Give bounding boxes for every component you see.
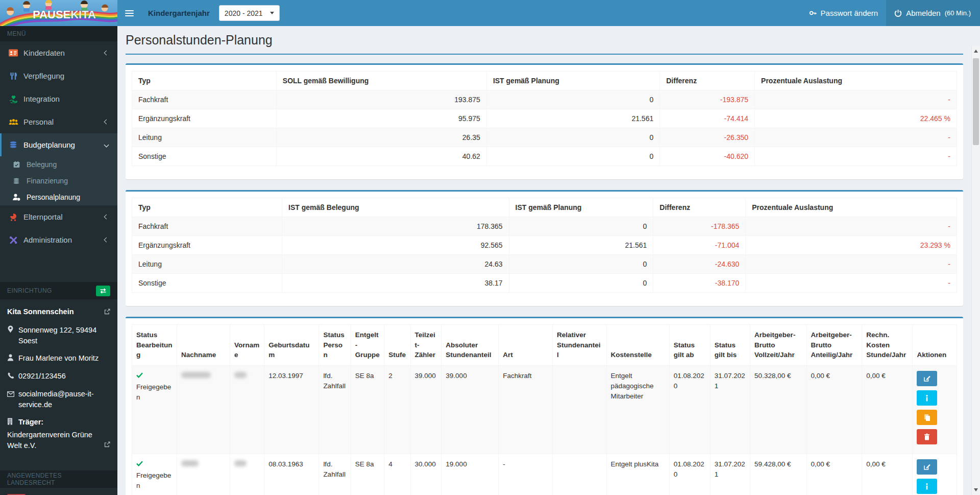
cell [230, 454, 264, 495]
cell: 4 [384, 454, 410, 495]
cell [552, 454, 606, 495]
cell: Leitung [132, 128, 277, 147]
switch-facility-button[interactable] [96, 286, 110, 296]
cell: - [755, 90, 957, 109]
personal-row: Freigegeben 08.03.1963 lfd. Zahlfall SE … [132, 454, 957, 495]
key-icon [809, 9, 817, 17]
arrow-up-icon [974, 50, 978, 53]
hand-heart-icon [7, 95, 19, 103]
sidebar-item-integration[interactable]: Integration [0, 87, 117, 110]
redacted-lastname [181, 460, 199, 466]
soll-ist-table: Typ SOLL gemäß Bewilligung IST gemäß Pla… [132, 71, 957, 166]
cell: -40.620 [660, 147, 755, 166]
topbar: Kindergartenjahr 2020 - 2021 Passwort än… [117, 0, 980, 26]
cell: 0 [509, 274, 653, 293]
status-cell: Freigegeben [132, 454, 177, 495]
edit-button[interactable] [917, 459, 937, 475]
facility-info: Kita Sonnenschein Sonnenweg 122, 59494 S… [0, 299, 117, 454]
sidebar-item-finanzierung[interactable]: Finanzierung [0, 173, 117, 189]
chevron-left-icon [104, 51, 109, 56]
redacted-firstname [234, 460, 247, 466]
sidebar-item-budgetplanung[interactable]: Budgetplanung [0, 133, 117, 156]
header-row: Typ SOLL gemäß Bewilligung IST gemäß Pla… [132, 72, 957, 90]
facility-contact-row: Frau Marlene von Moritz [7, 353, 110, 364]
cell: 50.328,00 € [750, 365, 806, 454]
cell: - [755, 128, 957, 147]
header-cell: Arbeitgeber-Brutto Vollzeit/Jahr [750, 325, 806, 366]
table-row: Leitung 26.35 0 -26.350 - [132, 128, 957, 147]
cell: 39.000 [410, 365, 442, 454]
pausekita-logo[interactable]: PAUSEKITA [0, 0, 117, 26]
chevron-down-icon [104, 143, 109, 148]
belegung-table: Typ IST gemäß Belegung IST gemäß Planung… [132, 198, 957, 293]
cell: -71.004 [653, 236, 746, 255]
info-button[interactable] [917, 479, 937, 494]
header-cell: Typ [132, 198, 282, 217]
header-cell: Entgelt-Gruppe [351, 325, 384, 366]
table-row: Ergänzungskraft 92.565 21.561 -71.004 23… [132, 236, 957, 255]
facility-email[interactable]: socialmedia@pause-it-service.de [18, 389, 110, 410]
cell: 12.03.1997 [264, 365, 319, 454]
table-row: Fachkraft 193.875 0 -193.875 - [132, 90, 957, 109]
utensils-icon [7, 72, 19, 80]
cell: 22.465 % [755, 109, 957, 128]
external-link-icon[interactable] [104, 307, 110, 318]
info-button[interactable] [917, 390, 937, 406]
sidebar-item-personal[interactable]: Personal [0, 110, 117, 133]
cell: 178.365 [282, 217, 509, 236]
sidebar-item-administration[interactable]: Administration [0, 228, 117, 251]
cell: Leitung [132, 255, 282, 274]
cell: 08.03.1963 [264, 454, 319, 495]
logo-text: PAUSEKITA [33, 8, 96, 21]
facility-traeger-row: Träger: Kindergartenverein Grüne Welt e.… [7, 417, 110, 451]
user-plan-icon [10, 194, 22, 201]
sidebar-item-belegung[interactable]: Belegung [0, 156, 117, 173]
sidebar-item-label: Personal [23, 117, 54, 126]
sidebar-item-label: Belegung [27, 160, 57, 169]
external-link-icon[interactable] [104, 439, 110, 451]
header-cell: Typ [132, 72, 277, 90]
sidebar-item-kinderdaten[interactable]: Kinderdaten [0, 41, 117, 64]
sidebar-item-label: Integration [23, 95, 60, 103]
facility-section-header: EINRICHTUNG [0, 282, 117, 299]
cell: 2 [384, 365, 410, 454]
cell: SE 8a [351, 365, 384, 454]
cell: Entgelt plusKita [606, 454, 669, 495]
cell: Fachkraft [132, 217, 282, 236]
logout-button[interactable]: Abmelden(60 Min.) [886, 0, 980, 26]
delete-button[interactable] [917, 429, 937, 444]
sidebar-item-label: Finanzierung [27, 177, 68, 185]
header-cell: Art [499, 325, 553, 366]
scroll-down-button[interactable] [972, 485, 980, 495]
actions-cell [913, 365, 957, 454]
cell: Fachkraft [499, 365, 553, 454]
cell: 0 [509, 255, 653, 274]
sidebar-item-personalplanung[interactable]: Personalplanung [0, 189, 117, 205]
sidebar-item-elternportal[interactable]: Elternportal [0, 205, 117, 228]
sidebar-item-verpflegung[interactable]: Verpflegung [0, 64, 117, 87]
vertical-scrollbar[interactable] [971, 46, 980, 495]
cell: 01.08.2020 [669, 454, 710, 495]
budgetplanung-submenu: Belegung Finanzierung Personalplanung [0, 156, 117, 205]
sidebar-toggle-button[interactable] [117, 0, 141, 26]
facility-name-row: Kita Sonnenschein [7, 307, 110, 318]
facility-address: Sonnenweg 122, 59494 Soest [18, 325, 110, 346]
envelope-icon [7, 389, 18, 400]
scrollbar-thumb[interactable] [973, 58, 979, 145]
edit-button[interactable] [917, 371, 937, 386]
chevron-down-icon [270, 12, 274, 14]
kindergarten-year-select[interactable]: 2020 - 2021 [219, 5, 280, 21]
sidebar-item-label: Budgetplanung [23, 140, 75, 149]
cell [552, 365, 606, 454]
facility-name: Kita Sonnenschein [7, 307, 74, 317]
chevron-left-icon [104, 120, 109, 125]
cell: 92.565 [282, 236, 509, 255]
state-law-row: Nordrhein-Westfalen [0, 488, 117, 495]
copy-button[interactable] [917, 410, 937, 425]
cell: lfd. Zahlfall [319, 365, 351, 454]
change-password-button[interactable]: Passwort ändern [801, 0, 887, 26]
scroll-up-button[interactable] [972, 46, 980, 56]
header-cell: Status Person [319, 325, 351, 366]
chevron-left-icon [104, 238, 109, 243]
header-cell: Status gilt ab [669, 325, 710, 366]
